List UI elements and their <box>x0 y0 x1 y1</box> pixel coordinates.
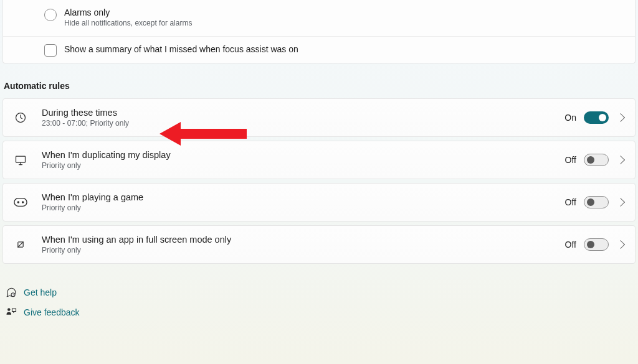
radio-icon[interactable] <box>44 9 57 21</box>
feedback-icon <box>5 306 17 319</box>
give-feedback-link[interactable]: Give feedback <box>5 302 638 322</box>
svg-rect-2 <box>14 198 27 207</box>
monitor-icon <box>13 152 28 167</box>
footer-link-label: Get help <box>24 287 57 297</box>
section-heading-automatic-rules: Automatic rules <box>0 63 638 98</box>
rule-labels: When I'm duplicating my display Priority… <box>42 150 565 170</box>
svg-rect-1 <box>16 156 26 162</box>
footer-link-label: Give feedback <box>24 307 80 317</box>
rule-subtitle: 23:00 - 07:00; Priority only <box>42 119 564 128</box>
gamepad-icon <box>13 195 28 210</box>
chevron-right-icon[interactable] <box>616 156 625 164</box>
rule-state-label: Off <box>565 240 576 250</box>
help-icon: ? <box>5 286 17 299</box>
rule-duplicating-display[interactable]: When I'm duplicating my display Priority… <box>2 141 636 179</box>
toggle-switch[interactable] <box>584 238 609 251</box>
checkbox-icon[interactable] <box>44 44 57 57</box>
rule-fullscreen-app[interactable]: When I'm using an app in full screen mod… <box>2 225 636 264</box>
rule-subtitle: Priority only <box>42 203 565 212</box>
rule-title: When I'm duplicating my display <box>42 150 565 160</box>
focus-options-card: Alarms only Hide all notifications, exce… <box>2 0 636 63</box>
rule-subtitle: Priority only <box>42 161 565 170</box>
clock-icon <box>13 110 28 125</box>
rule-labels: When I'm using an app in full screen mod… <box>42 235 565 254</box>
rule-labels: When I'm playing a game Priority only <box>42 192 565 212</box>
rule-title: When I'm using an app in full screen mod… <box>42 235 565 245</box>
expand-icon <box>13 237 28 252</box>
rule-title: When I'm playing a game <box>42 192 565 202</box>
chevron-right-icon[interactable] <box>616 198 625 207</box>
rule-state-label: Off <box>565 197 576 207</box>
option-title: Show a summary of what I missed when foc… <box>64 44 298 54</box>
rule-subtitle: Priority only <box>42 246 565 254</box>
option-alarms-only[interactable]: Alarms only Hide all notifications, exce… <box>3 0 635 36</box>
option-title: Alarms only <box>64 7 192 17</box>
svg-point-3 <box>17 202 19 203</box>
option-summary[interactable]: Show a summary of what I missed when foc… <box>3 36 635 63</box>
get-help-link[interactable]: ? Get help <box>5 282 638 302</box>
toggle-switch[interactable] <box>584 196 609 208</box>
rule-playing-game[interactable]: When I'm playing a game Priority only Of… <box>2 183 636 222</box>
chevron-right-icon[interactable] <box>616 240 625 249</box>
option-label-block: Alarms only Hide all notifications, exce… <box>64 7 192 27</box>
svg-point-4 <box>22 202 24 203</box>
chevron-right-icon[interactable] <box>616 113 625 122</box>
rule-labels: During these times 23:00 - 07:00; Priori… <box>42 108 564 128</box>
rule-during-times[interactable]: During these times 23:00 - 07:00; Priori… <box>2 98 636 137</box>
toggle-switch[interactable] <box>584 111 609 124</box>
svg-point-7 <box>7 308 11 311</box>
rule-state-label: Off <box>565 155 576 165</box>
rule-state-label: On <box>564 113 576 123</box>
option-subtitle: Hide all notifications, except for alarm… <box>64 19 192 27</box>
footer: ? Get help Give feedback <box>0 268 638 322</box>
option-label-block: Show a summary of what I missed when foc… <box>64 44 298 54</box>
toggle-switch[interactable] <box>584 154 609 166</box>
rule-title: During these times <box>42 108 564 118</box>
